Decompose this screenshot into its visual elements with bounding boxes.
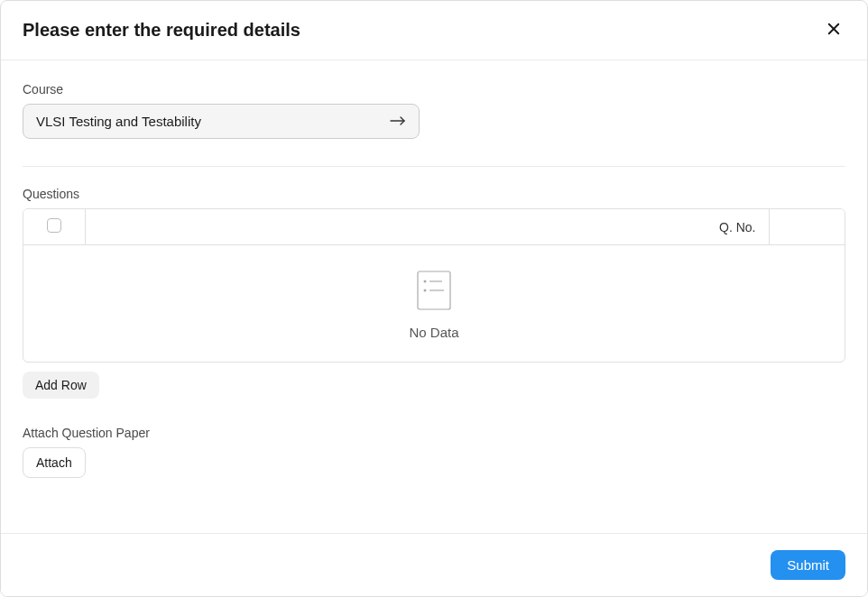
attach-button[interactable]: Attach <box>23 447 86 478</box>
questions-table-container: Q. No. <box>23 208 845 363</box>
table-empty-row: No Data <box>23 245 845 363</box>
modal-footer: Submit <box>1 533 867 596</box>
questions-table: Q. No. <box>23 209 845 362</box>
select-all-checkbox[interactable] <box>47 218 61 233</box>
close-icon <box>826 21 842 40</box>
modal-header: Please enter the required details <box>1 1 867 60</box>
no-data-text: No Data <box>23 325 845 340</box>
arrow-right-icon <box>390 114 406 129</box>
table-header-actions <box>769 209 845 245</box>
questions-field-group: Questions Q. No. <box>23 187 845 399</box>
table-header-qno[interactable]: Q. No. <box>85 209 769 245</box>
modal-title: Please enter the required details <box>23 20 300 41</box>
submit-button[interactable]: Submit <box>771 550 845 580</box>
document-icon <box>417 271 451 314</box>
table-header-checkbox <box>23 209 85 245</box>
questions-label: Questions <box>23 187 845 201</box>
course-field-group: Course VLSI Testing and Testability <box>23 82 845 139</box>
table-header-row: Q. No. <box>23 209 845 245</box>
svg-point-4 <box>424 280 427 283</box>
add-row-button[interactable]: Add Row <box>23 372 99 399</box>
section-divider <box>23 166 845 167</box>
no-data-cell: No Data <box>23 245 845 363</box>
course-select[interactable]: VLSI Testing and Testability <box>23 104 420 139</box>
attach-label: Attach Question Paper <box>23 426 845 440</box>
course-label: Course <box>23 82 845 96</box>
modal-body: Course VLSI Testing and Testability Ques… <box>1 60 867 521</box>
close-button[interactable] <box>822 17 845 43</box>
course-select-value: VLSI Testing and Testability <box>36 114 201 129</box>
attach-section: Attach Question Paper Attach <box>23 426 845 478</box>
svg-point-6 <box>424 289 427 292</box>
